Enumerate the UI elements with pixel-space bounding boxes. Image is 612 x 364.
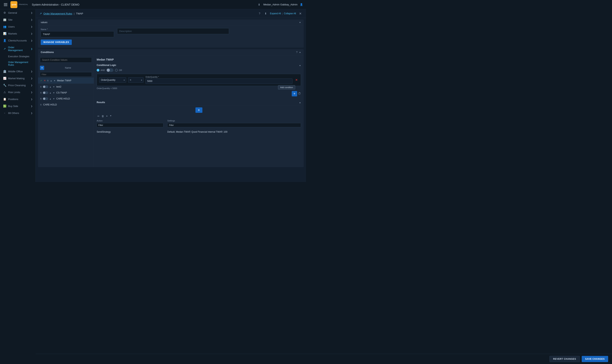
download-icon[interactable]: ⬇ (257, 3, 261, 7)
results-edit-icon[interactable]: ✏ (97, 115, 100, 117)
expand-collapse-links: Expand All | Collapse All (270, 12, 296, 15)
sidebar-item-clients[interactable]: 👤 Clients/Accounts ❯ (0, 37, 36, 44)
clients-icon: 👤 (3, 39, 6, 42)
sidebar-item-site[interactable]: 🏢 Site ❯ (0, 16, 36, 23)
and-or-toggle[interactable] (106, 68, 113, 72)
field-select-wrapper: OrderQuantity (99, 77, 126, 83)
chevron-icon: ❯ (31, 39, 32, 42)
value-input[interactable] (146, 78, 293, 84)
and-radio-group[interactable]: AND (97, 69, 105, 72)
sidebar-item-execution-strategies[interactable]: Execution Strategies (0, 54, 36, 59)
results-up-icon[interactable]: ▲ (106, 115, 108, 117)
arrow-up-icon[interactable]: ▲ (50, 79, 53, 82)
breadcrumb-current: TWAP (76, 12, 83, 15)
copy-icon-5[interactable]: ⎘ (40, 103, 42, 106)
add-condition-button[interactable]: + (292, 91, 297, 96)
breadcrumb-sep: | (74, 12, 74, 15)
condition-item-2[interactable]: ⎘ ▲ ▼ test2 (38, 84, 94, 90)
toggle-3[interactable] (43, 91, 48, 94)
collapse-icon[interactable]: ▲ (299, 51, 301, 53)
value-group: OrderQuantity * (146, 76, 293, 84)
sidebar-item-price-cleansing[interactable]: 🔧 Price Cleansing ❯ (0, 82, 36, 89)
and-label: AND (101, 69, 105, 71)
arrow-down-icon[interactable]: ▼ (53, 79, 56, 82)
copy-icon-4[interactable]: ⎘ (40, 97, 42, 100)
manage-variables-button[interactable]: MANAGE VARIABLES (41, 39, 72, 45)
condition-expression: OrderQuantity < 5000 (97, 87, 301, 90)
or-radio-group[interactable]: OR (115, 69, 122, 72)
arrow-up-icon-3[interactable]: ▲ (49, 91, 52, 94)
result-row-1: SendStrategy Default, Medan-TWAP, Quod F… (97, 129, 301, 135)
condition-item-4[interactable]: ⎘ ▲ ▼ CARE-HOLD (38, 96, 94, 102)
help-icon[interactable]: ? (258, 12, 261, 15)
sidebar-item-middle-office[interactable]: 🏦 Middle Office ❯ (0, 68, 36, 75)
markets-icon: 📊 (3, 32, 6, 35)
sidebar-item-positions[interactable]: 📋 Positions ❯ (0, 96, 36, 103)
values-section-header[interactable]: values ▼ (38, 19, 304, 26)
name-input[interactable] (41, 31, 114, 37)
toggle-4[interactable] (43, 97, 48, 100)
x-button[interactable]: ✕ (43, 79, 46, 82)
sidebar-item-users[interactable]: 👥 Users ❯ (0, 23, 36, 30)
sidebar-item-markets[interactable]: 📊 Markets ❯ (0, 30, 36, 37)
expand-all-link[interactable]: Expand All (270, 12, 281, 15)
field-select[interactable]: OrderQuantity (99, 77, 126, 83)
clock-icon[interactable]: ⏱ (298, 92, 301, 95)
results-add-button[interactable]: + (195, 107, 202, 113)
copy-icon[interactable]: ⎘ (47, 79, 49, 82)
and-radio[interactable] (97, 69, 99, 72)
condition-item-1[interactable]: ✓ ✕ ⎘ ▲ ▼ Medan TWAP (38, 78, 94, 84)
condition-list-items: ✓ ✕ ⎘ ▲ ▼ Medan TWAP ⎘ (38, 78, 94, 167)
user-icon[interactable]: 👤 (300, 3, 303, 6)
add-condition-list-button[interactable]: + (40, 66, 44, 70)
action-filter-input[interactable] (97, 123, 163, 127)
arrow-up-icon-2[interactable]: ▲ (49, 85, 52, 88)
item-actions-1: ✓ ✕ ⎘ ▲ ▼ (40, 79, 56, 82)
arrow-down-icon-3[interactable]: ▼ (53, 91, 55, 94)
sidebar-item-risk-limits[interactable]: ⚠ Risk Limits ❯ (0, 89, 36, 96)
description-input[interactable] (117, 28, 229, 34)
or-radio[interactable] (115, 69, 118, 72)
chevron-icon: ❯ (31, 84, 32, 86)
sidebar-item-order-management[interactable]: ↗ Order Management ❯ (0, 44, 36, 54)
toggle-2[interactable] (43, 85, 48, 88)
menu-icon[interactable] (3, 2, 8, 7)
condition-item-3[interactable]: ⎘ ▲ ▼ CS-TWAP (38, 90, 94, 96)
filter-input[interactable] (40, 72, 92, 77)
op-select[interactable]: < > = (128, 77, 144, 83)
results-delete-icon[interactable]: 🗑 (102, 115, 104, 117)
copy-icon-2[interactable]: ⎘ (40, 85, 42, 88)
conditions-section-header: Conditions ? ▲ (38, 49, 304, 55)
search-condition-input[interactable] (40, 57, 92, 63)
condition-row-box: OrderQuantity < > = (97, 74, 301, 86)
close-icon[interactable]: ✕ (298, 12, 302, 15)
copy-icon-3[interactable]: ⎘ (40, 91, 42, 94)
sidebar-item-others[interactable]: ◦ 88 Others ❯ (0, 109, 36, 117)
collapse-all-link[interactable]: Collapse All (284, 12, 296, 15)
name-group: Name * (41, 28, 114, 37)
arrow-up-icon-4[interactable]: ▲ (49, 97, 52, 100)
arrow-down-icon-4[interactable]: ▼ (53, 97, 55, 100)
sidebar-item-order-management-rules[interactable]: Order Management Rules (0, 59, 36, 68)
delete-condition-button[interactable]: ✕ (294, 78, 298, 82)
arrow-down-icon-2[interactable]: ▼ (53, 85, 55, 88)
breadcrumb-parent[interactable]: Order Management Rules (43, 12, 72, 15)
sidebar-item-buy-side[interactable]: 💹 Buy Side ❯ (0, 103, 36, 109)
item-actions-5: ⎘ (40, 103, 42, 106)
condition-item-5[interactable]: ⎘ CARE-HOLD (38, 102, 94, 108)
chevron-icon: ❯ (31, 48, 32, 50)
add-condition-row: Add condition + ⏱ (97, 91, 301, 96)
check-button[interactable]: ✓ (40, 79, 43, 82)
results-down-icon[interactable]: ▼ (110, 115, 112, 117)
filter-row (38, 71, 94, 78)
sidebar-item-general[interactable]: ⚙ General ❯ (0, 9, 36, 16)
main-content: ↗ Order Management Rules | TWAP ? ⬇ Expa… (36, 9, 306, 182)
settings-filter-input[interactable] (167, 123, 301, 127)
sidebar-item-market-making[interactable]: 📈 Market Making ❯ (0, 75, 36, 82)
conditional-logic-section: Conditional Logic ▲ AND (97, 64, 301, 96)
collapse-results-icon[interactable]: ▲ (299, 101, 301, 104)
collapse-logic-icon[interactable]: ▲ (299, 64, 301, 66)
question-icon[interactable]: ? (296, 51, 297, 54)
download-icon[interactable]: ⬇ (264, 12, 268, 15)
item-actions-3: ⎘ ▲ ▼ (40, 91, 55, 94)
